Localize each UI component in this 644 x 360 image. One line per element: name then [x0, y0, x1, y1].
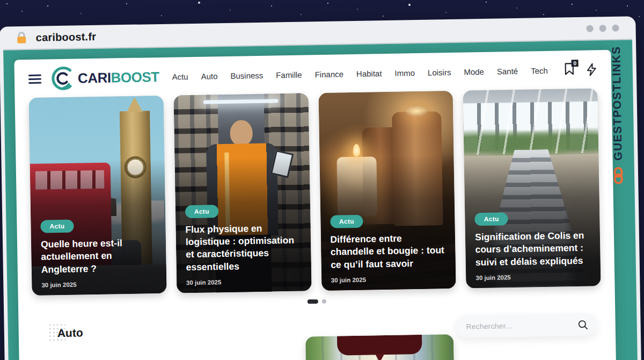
article-date: 30 juin 2025	[41, 280, 157, 289]
article-card-body: Actu Signification de Colis en cours d’a…	[465, 211, 601, 289]
article-date: 30 juin 2025	[331, 275, 447, 284]
window-control-dot[interactable]	[612, 24, 619, 31]
carousel-dot[interactable]	[321, 299, 326, 304]
browser-viewport: GUESTPOSTLINKS CARIBOOST Actu	[3, 40, 638, 360]
article-title: Différence entre chandelle et bougie : t…	[330, 232, 446, 271]
nav-item-mode[interactable]: Mode	[464, 67, 484, 76]
article-title: Flux physique en logistique : optimisati…	[185, 222, 301, 274]
article-card[interactable]: Actu Signification de Colis en cours d’a…	[463, 88, 601, 288]
nav-item-actu[interactable]: Actu	[172, 72, 188, 81]
nav-item-sante[interactable]: Santé	[497, 66, 518, 76]
window-control-dot[interactable]	[586, 25, 593, 32]
article-card-body: Actu Différence entre chandelle et bougi…	[320, 213, 456, 291]
article-image-street	[305, 334, 455, 360]
search-input[interactable]	[466, 321, 577, 330]
category-badge[interactable]: Actu	[40, 220, 74, 233]
bookmark-count-badge: 0	[572, 60, 579, 67]
article-card-partial[interactable]	[305, 334, 455, 360]
category-badge[interactable]: Actu	[474, 212, 508, 226]
nav-item-famille[interactable]: Famille	[276, 70, 302, 80]
lock-icon	[16, 31, 27, 44]
section-heading-auto: Auto	[57, 326, 83, 340]
window-control-dot[interactable]	[599, 25, 606, 32]
search-bar[interactable]	[455, 313, 597, 337]
cariboost-logo-text: CARIBOOST	[78, 68, 159, 87]
featured-carousel: Actu Quelle heure est-il actuellement en…	[14, 85, 614, 296]
search-icon[interactable]	[577, 319, 589, 330]
article-date: 30 juin 2025	[475, 273, 591, 282]
cariboost-logo-icon	[50, 66, 76, 92]
article-title: Signification de Colis en cours d’achemi…	[475, 229, 591, 269]
article-title: Quelle heure est-il actuellement en Angl…	[41, 236, 157, 276]
article-card-body: Actu Quelle heure est-il actuellement en…	[31, 218, 166, 296]
article-date: 30 juin 2025	[186, 278, 302, 286]
nav-item-loisirs[interactable]: Loisirs	[428, 67, 451, 77]
article-card[interactable]: Actu Flux physique en logistique : optim…	[173, 93, 311, 293]
article-card[interactable]: Actu Différence entre chandelle et bougi…	[318, 91, 456, 291]
bookmarks-button[interactable]: 0	[564, 62, 575, 77]
nav-item-immo[interactable]: Immo	[394, 68, 415, 78]
header-icons: 0	[564, 62, 597, 77]
carousel-dot-active[interactable]	[307, 299, 318, 304]
nav-item-habitat[interactable]: Habitat	[356, 69, 382, 78]
address-bar-url[interactable]: cariboost.fr	[36, 30, 97, 44]
article-card[interactable]: Actu Quelle heure est-il actuellement en…	[29, 96, 167, 296]
nav-item-business[interactable]: Business	[230, 70, 263, 80]
browser-window: cariboost.fr GUESTPOSTLINKS	[0, 16, 642, 360]
window-controls[interactable]	[586, 24, 619, 32]
nav-item-tech[interactable]: Tech	[531, 66, 548, 75]
starfield-background	[0, 0, 1, 1]
nav-item-finance[interactable]: Finance	[314, 69, 343, 79]
category-badge[interactable]: Actu	[185, 205, 218, 218]
lightning-icon[interactable]	[586, 63, 597, 76]
category-badge[interactable]: Actu	[330, 215, 363, 228]
site-content-card: CARIBOOST Actu Auto Business Famille Fin…	[14, 50, 617, 360]
main-nav: Actu Auto Business Famille Finance Habit…	[166, 66, 553, 81]
hamburger-menu-icon[interactable]	[28, 74, 41, 83]
nav-item-auto[interactable]: Auto	[201, 71, 217, 81]
carousel-pagination	[18, 294, 615, 308]
article-card-body: Actu Flux physique en logistique : optim…	[175, 203, 311, 293]
site-logo[interactable]: CARIBOOST	[50, 64, 159, 91]
